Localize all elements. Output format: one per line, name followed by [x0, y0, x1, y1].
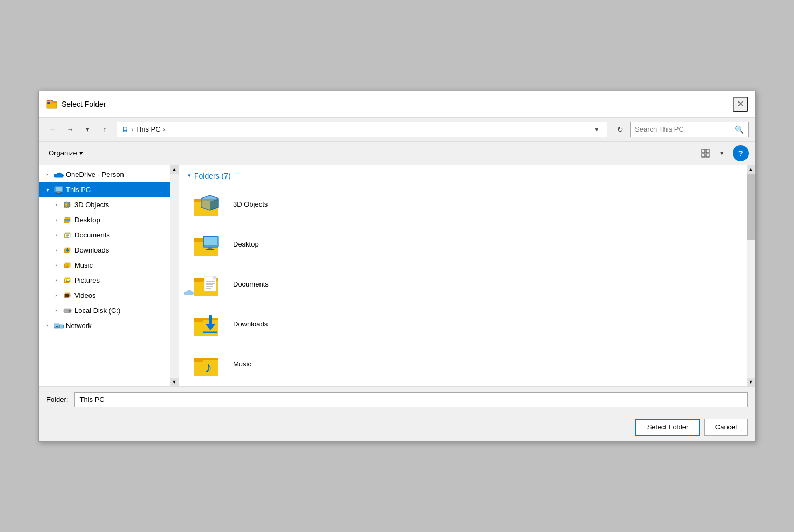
- close-button[interactable]: ✕: [733, 97, 748, 112]
- music-expander: ›: [52, 261, 60, 270]
- pictures-expander: ›: [52, 276, 60, 285]
- folder-path-input[interactable]: [74, 392, 748, 407]
- sidebar-item-documents[interactable]: › Documents: [39, 228, 179, 243]
- view-buttons: ▾ ?: [698, 145, 749, 161]
- documents-expander: ›: [52, 231, 60, 240]
- file-scroll-down[interactable]: ▼: [747, 378, 755, 386]
- svg-rect-34: [67, 248, 68, 250]
- folder-name-3d-objects: 3D Objects: [233, 200, 268, 208]
- svg-text:♪: ♪: [66, 263, 69, 268]
- folder-name-desktop: Desktop: [233, 240, 259, 248]
- sidebar-item-local-disk[interactable]: › Local Disk (C:): [39, 303, 179, 318]
- svg-rect-69: [204, 237, 217, 245]
- svg-rect-50: [65, 311, 67, 311]
- svg-rect-9: [706, 149, 709, 153]
- onedrive-label: OneDrive - Person: [66, 170, 174, 179]
- this-pc-icon: [54, 185, 64, 195]
- folder-name-documents: Documents: [233, 280, 269, 288]
- onedrive-icon: [54, 170, 64, 180]
- local-disk-expander: ›: [52, 306, 60, 315]
- up-button[interactable]: ↑: [97, 122, 112, 137]
- svg-rect-15: [56, 193, 62, 194]
- desktop-expander: ›: [52, 216, 60, 224]
- file-view-scrollbar[interactable]: ▲ ▼: [747, 165, 755, 386]
- svg-rect-24: [66, 221, 68, 221]
- onedrive-cloud-indicator: [183, 289, 194, 299]
- svg-point-48: [69, 310, 71, 312]
- folder-icon-documents: [192, 270, 224, 299]
- sidebar-scrollbar[interactable]: ▲ ▼: [170, 165, 179, 386]
- sidebar-item-desktop[interactable]: › Desktop: [39, 213, 179, 228]
- pictures-icon: [63, 276, 72, 285]
- onedrive-expander: ›: [43, 170, 52, 179]
- folder-item-desktop[interactable]: Desktop: [188, 227, 747, 262]
- videos-icon: [63, 291, 72, 301]
- svg-rect-5: [51, 100, 53, 101]
- organize-button[interactable]: Organize ▾: [45, 147, 86, 159]
- search-input[interactable]: [635, 125, 731, 133]
- search-icon: 🔍: [735, 125, 744, 134]
- svg-rect-7: [51, 102, 53, 104]
- videos-expander: ›: [52, 291, 60, 300]
- dialog-icon: [46, 99, 57, 110]
- sidebar: ▲ ▼ › OneDrive - Person ▾: [39, 165, 179, 386]
- help-button[interactable]: ?: [733, 145, 749, 161]
- network-icon: [54, 321, 64, 331]
- videos-label: Videos: [74, 291, 174, 299]
- network-expander: ›: [43, 322, 52, 330]
- address-path: This PC: [135, 125, 160, 133]
- svg-rect-67: [194, 238, 203, 242]
- folder-icon-desktop: [192, 230, 224, 259]
- svg-rect-90: [194, 358, 203, 362]
- documents-icon: [63, 230, 72, 240]
- sidebar-item-videos[interactable]: › Videos: [39, 288, 179, 303]
- organize-bar: Organize ▾ ▾ ?: [39, 142, 755, 165]
- view-icon-button[interactable]: [698, 146, 713, 161]
- downloads-label: Downloads: [74, 246, 174, 254]
- sidebar-item-music[interactable]: › ♪ Music: [39, 258, 179, 273]
- folder-item-3d-objects[interactable]: 3D Objects: [188, 187, 747, 222]
- select-folder-dialog: Select Folder ✕ ← → ▾ ↑ 🖥 › This PC › ▾ …: [38, 91, 756, 442]
- local-disk-icon: [63, 306, 72, 316]
- sidebar-item-onedrive[interactable]: › OneDrive - Person: [39, 167, 179, 182]
- desktop-label: Desktop: [74, 216, 174, 224]
- svg-rect-84: [194, 318, 203, 322]
- address-pc-icon: 🖥: [121, 125, 129, 134]
- folder-list: 3D Objects: [188, 187, 747, 382]
- folder-item-music[interactable]: ♪ Music: [188, 346, 747, 382]
- cancel-button[interactable]: Cancel: [704, 419, 748, 436]
- 3d-objects-expander: ›: [52, 201, 60, 209]
- svg-rect-13: [56, 187, 62, 191]
- sidebar-scroll-up[interactable]: ▲: [170, 165, 179, 174]
- title-bar-left: Select Folder: [46, 99, 106, 110]
- this-pc-expander: ▾: [43, 186, 52, 194]
- downloads-expander: ›: [52, 246, 60, 255]
- folder-item-documents[interactable]: Documents: [188, 267, 747, 302]
- dialog-title: Select Folder: [61, 100, 106, 108]
- network-label: Network: [66, 322, 174, 330]
- sidebar-item-downloads[interactable]: › Downloads: [39, 243, 179, 258]
- section-collapse-icon: ▾: [188, 172, 191, 179]
- address-separator-right: ›: [163, 125, 165, 133]
- sidebar-item-network[interactable]: › Network: [39, 318, 179, 333]
- svg-rect-45: [65, 294, 69, 297]
- sidebar-item-3d-objects[interactable]: › 3D Objects: [39, 197, 179, 213]
- sidebar-scroll-down[interactable]: ▼: [170, 378, 179, 386]
- sidebar-item-pictures[interactable]: › Pictures: [39, 273, 179, 288]
- dropdown-button[interactable]: ▾: [80, 122, 95, 137]
- organize-label: Organize: [49, 149, 77, 157]
- folder-item-downloads[interactable]: Downloads: [188, 306, 747, 342]
- select-folder-button[interactable]: Select Folder: [635, 419, 700, 436]
- address-bar[interactable]: 🖥 › This PC › ▾: [117, 122, 607, 137]
- address-dropdown-button[interactable]: ▾: [591, 123, 603, 136]
- forward-button[interactable]: →: [63, 122, 78, 137]
- refresh-button[interactable]: ↻: [613, 122, 628, 137]
- section-header[interactable]: ▾ Folders (7): [188, 172, 747, 180]
- file-scroll-up[interactable]: ▲: [747, 165, 755, 174]
- address-content: 🖥 › This PC ›: [121, 125, 587, 134]
- svg-rect-76: [213, 276, 216, 279]
- back-button[interactable]: ←: [45, 122, 60, 137]
- svg-rect-11: [706, 154, 709, 157]
- view-dropdown-button[interactable]: ▾: [714, 146, 729, 161]
- sidebar-item-this-pc[interactable]: ▾ This PC: [39, 182, 179, 197]
